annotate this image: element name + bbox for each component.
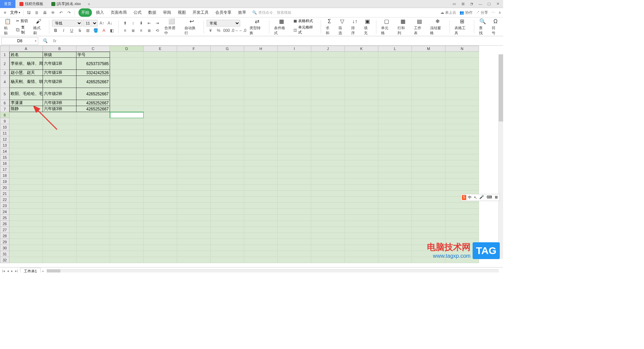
cell-A11[interactable] bbox=[9, 130, 43, 136]
cell-K21[interactable] bbox=[345, 191, 378, 197]
cell-M23[interactable] bbox=[412, 203, 445, 209]
cut-button[interactable]: ✂剪切 bbox=[15, 18, 30, 24]
cell-L12[interactable] bbox=[378, 136, 412, 142]
cell-E19[interactable] bbox=[144, 179, 177, 185]
cell-F15[interactable] bbox=[177, 154, 211, 160]
cell-M3[interactable] bbox=[412, 70, 445, 76]
cell-I21[interactable] bbox=[278, 191, 311, 197]
cell-H5[interactable] bbox=[244, 88, 278, 100]
cell-C27[interactable] bbox=[76, 227, 110, 233]
row-header-5[interactable]: 5 bbox=[0, 88, 9, 100]
cell-B6[interactable]: 六年级3班 bbox=[43, 100, 76, 106]
cell-N24[interactable] bbox=[445, 209, 479, 215]
cell-E13[interactable] bbox=[144, 142, 177, 148]
cell-F32[interactable] bbox=[177, 257, 211, 263]
cell-M32[interactable] bbox=[412, 257, 445, 263]
cell-H2[interactable] bbox=[244, 58, 278, 70]
cell-B31[interactable] bbox=[43, 251, 76, 257]
cell-B14[interactable] bbox=[43, 148, 76, 154]
more-icon[interactable]: ⋯ bbox=[491, 10, 495, 15]
cell-C14[interactable] bbox=[76, 148, 110, 154]
cell-F17[interactable] bbox=[177, 166, 211, 172]
font-color-button[interactable]: A bbox=[100, 27, 108, 34]
cell-L22[interactable] bbox=[378, 197, 412, 203]
cell-C1[interactable]: 学号 bbox=[76, 52, 110, 58]
cell-J29[interactable] bbox=[311, 239, 345, 245]
cell-K5[interactable] bbox=[345, 88, 378, 100]
row-header-17[interactable]: 17 bbox=[0, 166, 9, 172]
ribbon-tab-layout[interactable]: 页面布局 bbox=[108, 8, 129, 17]
row-header-21[interactable]: 21 bbox=[0, 191, 9, 197]
cell-G17[interactable] bbox=[211, 166, 244, 172]
cell-H27[interactable] bbox=[244, 227, 278, 233]
save-icon[interactable]: 🖫 bbox=[26, 10, 32, 16]
cell-L30[interactable] bbox=[378, 245, 412, 251]
cell-B18[interactable] bbox=[43, 172, 76, 179]
preview-icon[interactable]: 👁 bbox=[50, 10, 56, 16]
cell-A22[interactable] bbox=[9, 197, 43, 203]
cell-F5[interactable] bbox=[177, 88, 211, 100]
cell-K9[interactable] bbox=[345, 118, 378, 124]
cell-J17[interactable] bbox=[311, 166, 345, 172]
cell-L4[interactable] bbox=[378, 76, 412, 88]
cell-M20[interactable] bbox=[412, 185, 445, 191]
cell-G26[interactable] bbox=[211, 221, 244, 227]
cell-D16[interactable] bbox=[110, 160, 144, 166]
cell-D6[interactable] bbox=[110, 100, 144, 106]
cell-H29[interactable] bbox=[244, 239, 278, 245]
cell-A13[interactable] bbox=[9, 142, 43, 148]
cell-L23[interactable] bbox=[378, 203, 412, 209]
cell-J8[interactable] bbox=[311, 112, 345, 118]
cell-G7[interactable] bbox=[211, 106, 244, 112]
cell-E20[interactable] bbox=[144, 185, 177, 191]
collab-button[interactable]: 👥 协作 bbox=[460, 10, 473, 15]
col-header-J[interactable]: J bbox=[311, 46, 345, 52]
cell-A8[interactable] bbox=[9, 112, 43, 118]
cell-A5[interactable]: 欧阳、毛哈哈、毛力 bbox=[9, 88, 43, 100]
cell-H7[interactable] bbox=[244, 106, 278, 112]
cell-H31[interactable] bbox=[244, 251, 278, 257]
cell-D3[interactable] bbox=[110, 70, 144, 76]
row-header-24[interactable]: 24 bbox=[0, 209, 9, 215]
cell-G11[interactable] bbox=[211, 130, 244, 136]
col-header-C[interactable]: C bbox=[76, 46, 110, 52]
cell-M10[interactable] bbox=[412, 124, 445, 130]
row-header-23[interactable]: 23 bbox=[0, 203, 9, 209]
cell-I6[interactable] bbox=[278, 100, 311, 106]
cell-E25[interactable] bbox=[144, 215, 177, 221]
cell-L8[interactable] bbox=[378, 112, 412, 118]
cell-K4[interactable] bbox=[345, 76, 378, 88]
cell-A28[interactable] bbox=[9, 233, 43, 239]
cell-F19[interactable] bbox=[177, 179, 211, 185]
cell-K18[interactable] bbox=[345, 172, 378, 179]
cell-L2[interactable] bbox=[378, 58, 412, 70]
type-convert-button[interactable]: ⇄ 类型转换 bbox=[250, 18, 264, 36]
fx-label[interactable]: fx bbox=[50, 38, 59, 43]
cell-I31[interactable] bbox=[278, 251, 311, 257]
cell-I5[interactable] bbox=[278, 88, 311, 100]
cell-L28[interactable] bbox=[378, 233, 412, 239]
cell-I15[interactable] bbox=[278, 154, 311, 160]
cell-J30[interactable] bbox=[311, 245, 345, 251]
font-name-select[interactable]: 等线 bbox=[52, 20, 82, 27]
cell-I26[interactable] bbox=[278, 221, 311, 227]
cell-E28[interactable] bbox=[144, 233, 177, 239]
cell-J15[interactable] bbox=[311, 154, 345, 160]
row-header-22[interactable]: 22 bbox=[0, 197, 9, 203]
cell-D26[interactable] bbox=[110, 221, 144, 227]
cell-G16[interactable] bbox=[211, 160, 244, 166]
cell-D9[interactable] bbox=[110, 118, 144, 124]
cell-G14[interactable] bbox=[211, 148, 244, 154]
cell-E22[interactable] bbox=[144, 197, 177, 203]
cell-H9[interactable] bbox=[244, 118, 278, 124]
cell-C21[interactable] bbox=[76, 191, 110, 197]
row-header-11[interactable]: 11 bbox=[0, 130, 9, 136]
font-size-select[interactable]: 11 bbox=[83, 20, 98, 27]
cell-G15[interactable] bbox=[211, 154, 244, 160]
number-format-select[interactable]: 常规 bbox=[207, 20, 240, 27]
collapse-ribbon-icon[interactable]: ∧ bbox=[498, 10, 501, 15]
cell-G18[interactable] bbox=[211, 172, 244, 179]
cell-K6[interactable] bbox=[345, 100, 378, 106]
col-header-N[interactable]: N bbox=[445, 46, 479, 52]
cell-N4[interactable] bbox=[445, 76, 479, 88]
